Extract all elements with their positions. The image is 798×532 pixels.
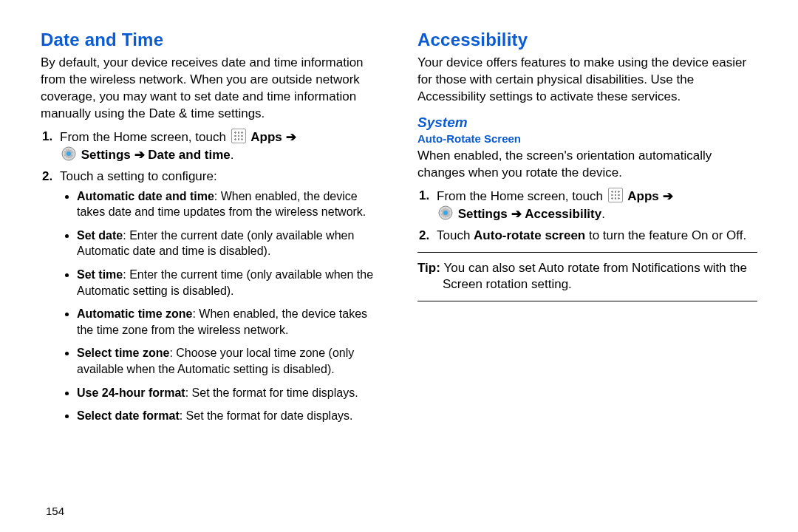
step-2-text: Touch a setting to configure:	[60, 169, 217, 183]
ar-step-2-suffix: to turn the feature On or Off.	[585, 228, 746, 242]
apps-grid-icon	[608, 188, 623, 202]
settings-gear-icon	[61, 146, 76, 161]
bullet-24-hour: Use 24-hour format: Set the format for t…	[77, 385, 381, 401]
svg-point-3	[443, 211, 448, 215]
bullet-date-format: Select date format: Set the format for d…	[77, 408, 381, 424]
date-time-steps: 1. From the Home screen, touch Apps ➔ Se…	[41, 129, 381, 424]
divider-bottom	[417, 301, 757, 301]
step-1: 1. From the Home screen, touch Apps ➔ Se…	[60, 129, 381, 164]
date-and-time-label: Date and time	[148, 148, 230, 162]
ar-step-1-text: From the Home screen, touch	[437, 189, 607, 203]
step-2: 2. Touch a setting to configure: Automat…	[60, 168, 381, 424]
bullet-select-time-zone: Select time zone: Choose your local time…	[77, 345, 381, 377]
page-number: 154	[46, 505, 64, 517]
apps-label: Apps	[250, 130, 282, 144]
settings-label-2: Settings	[458, 207, 508, 221]
bullet-set-date: Set date: Enter the current date (only a…	[77, 228, 381, 259]
settings-bullets: Automatic date and time: When enabled, t…	[60, 188, 381, 424]
auto-rotate-bold: Auto-rotate screen	[474, 228, 585, 242]
ar-step-2: 2. Touch Auto-rotate screen to turn the …	[437, 228, 757, 245]
arrow-icon: ➔	[286, 130, 296, 144]
step-1-text: From the Home screen, touch	[60, 130, 230, 144]
date-time-intro: By default, your device receives date an…	[41, 55, 381, 123]
tip-text: You can also set Auto rotate from Notifi…	[443, 261, 747, 292]
auto-rotate-heading: Auto-Rotate Screen	[417, 132, 757, 145]
accessibility-intro: Your device offers features to make usin…	[417, 55, 757, 106]
svg-point-1	[66, 151, 71, 156]
divider-top	[417, 252, 757, 253]
left-column: Date and Time By default, your device re…	[41, 30, 399, 517]
settings-gear-icon-2	[438, 205, 453, 220]
ar-step-1: 1. From the Home screen, touch Apps ➔ Se…	[437, 188, 757, 223]
ar-step-2-prefix: Touch	[437, 228, 474, 242]
bullet-auto-time-zone: Automatic time zone: When enabled, the d…	[77, 306, 381, 338]
accessibility-heading: Accessibility	[417, 30, 757, 50]
bullet-auto-date-time: Automatic date and time: When enabled, t…	[77, 188, 381, 220]
apps-grid-icon	[231, 129, 246, 143]
apps-label-2: Apps	[627, 189, 659, 203]
arrow-icon-3: ➔	[663, 189, 673, 203]
settings-label: Settings	[81, 148, 131, 162]
auto-rotate-steps: 1. From the Home screen, touch Apps ➔ Se…	[417, 188, 757, 245]
date-time-heading: Date and Time	[41, 30, 381, 50]
arrow-icon-4: ➔	[511, 207, 522, 221]
right-column: Accessibility Your device offers feature…	[399, 30, 757, 517]
arrow-icon-2: ➔	[134, 148, 145, 162]
auto-rotate-intro: When enabled, the screen's orientation a…	[417, 148, 757, 182]
system-heading: System	[417, 115, 757, 131]
tip-label: Tip:	[417, 261, 444, 275]
tip-block: Tip: You can also set Auto rotate from N…	[417, 260, 757, 294]
bullet-set-time: Set time: Enter the current time (only a…	[77, 267, 381, 299]
accessibility-label: Accessibility	[525, 207, 601, 221]
